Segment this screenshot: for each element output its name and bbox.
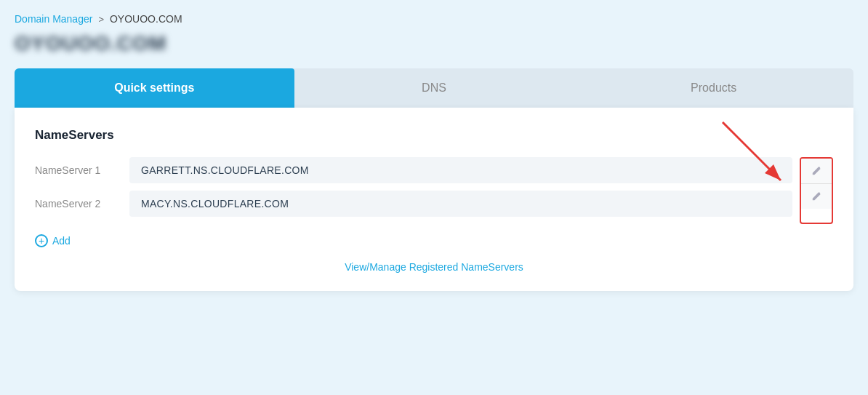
edit-nameserver-1-button[interactable] bbox=[801, 159, 832, 184]
tabs-bar: Quick settings DNS Products bbox=[15, 68, 853, 108]
tab-quick-settings[interactable]: Quick settings bbox=[15, 68, 294, 108]
view-manage-link[interactable]: View/Manage Registered NameServers bbox=[345, 261, 523, 273]
pencil-icon-1 bbox=[811, 166, 821, 176]
breadcrumb: Domain Manager > OYOUOO.COM bbox=[15, 13, 853, 25]
view-manage-row: View/Manage Registered NameServers bbox=[35, 260, 833, 274]
breadcrumb-current: OYOUOO.COM bbox=[110, 13, 182, 25]
tab-products[interactable]: Products bbox=[574, 68, 853, 108]
nameserver-2-label: NameServer 2 bbox=[35, 198, 129, 210]
nameserver-2-value: MACY.NS.CLOUDFLARE.COM bbox=[129, 191, 792, 217]
section-title: NameServers bbox=[35, 128, 833, 143]
nameserver-1-label: NameServer 1 bbox=[35, 164, 129, 176]
add-label: Add bbox=[52, 235, 71, 247]
content-card: NameServers NameServer 1 GARRETT.NS.CLOU… bbox=[15, 108, 853, 291]
pencil-icon-2 bbox=[811, 191, 821, 202]
edit-btn-group bbox=[800, 157, 833, 224]
edit-nameserver-2-button[interactable] bbox=[801, 184, 832, 209]
breadcrumb-separator: > bbox=[98, 14, 104, 25]
breadcrumb-link[interactable]: Domain Manager bbox=[15, 13, 92, 25]
add-circle-icon: + bbox=[35, 234, 48, 247]
nameserver-row-2: NameServer 2 MACY.NS.CLOUDFLARE.COM bbox=[35, 191, 792, 217]
add-row[interactable]: + Add bbox=[35, 234, 833, 247]
tab-dns[interactable]: DNS bbox=[294, 68, 574, 108]
nameserver-1-value: GARRETT.NS.CLOUDFLARE.COM bbox=[129, 157, 792, 183]
domain-title: OYOUOO.COM bbox=[15, 32, 853, 55]
nameserver-row-1: NameServer 1 GARRETT.NS.CLOUDFLARE.COM bbox=[35, 157, 792, 183]
